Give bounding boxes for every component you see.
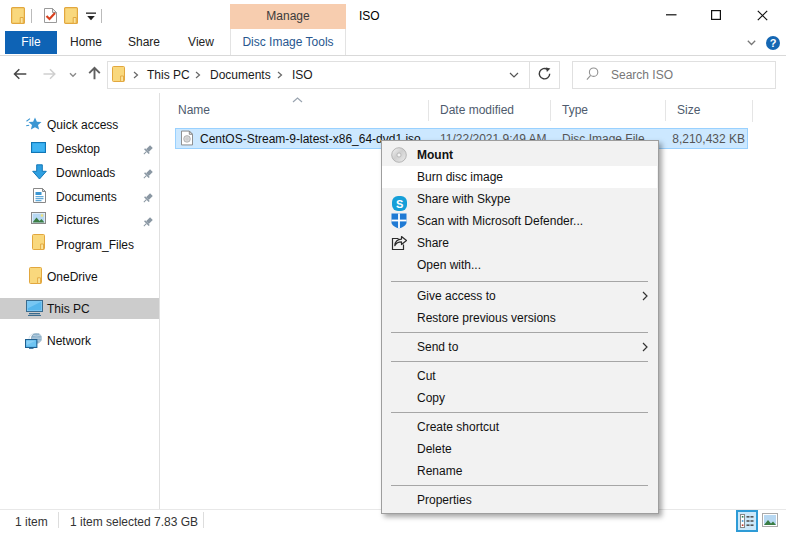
svg-text:S: S — [396, 198, 403, 210]
